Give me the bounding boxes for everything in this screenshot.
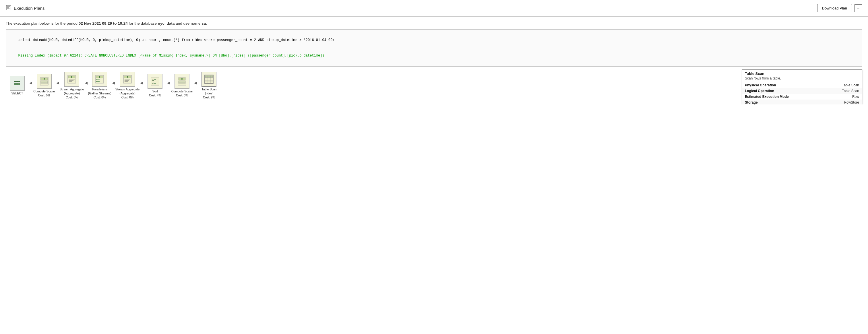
flow-node-compute1: Σ Compute Scalar Cost: 0% — [33, 74, 56, 97]
sql-missing-index: Missing Index (Impact 97.6224): CREATE N… — [19, 54, 324, 58]
tooltip-description: Scan rows from a table. — [742, 76, 862, 82]
flow-node-sort: A Z Sort Cost: 4% — [144, 74, 166, 97]
download-plan-button[interactable]: Download Plan — [817, 4, 852, 12]
arrow-2: ◂ — [56, 79, 59, 86]
tooltip-property-row: Logical OperationTable Scan — [742, 88, 862, 94]
sort-node-label: Sort Cost: 4% — [149, 90, 161, 97]
collapse-button[interactable]: − — [854, 4, 862, 12]
tooltip-property-label: Storage — [742, 100, 827, 104]
parallelism-node-icon: Σ — [92, 72, 107, 87]
flow-node-select: SELECT — [6, 76, 29, 96]
svg-text:Σ: Σ — [99, 76, 100, 78]
arrow-4: ◂ — [112, 79, 115, 86]
svg-rect-0 — [6, 5, 11, 10]
compute2-node-label: Compute Scalar Cost: 0% — [172, 90, 193, 97]
desc-prefix: The execution plan below is for the peri… — [6, 21, 79, 26]
svg-rect-33 — [179, 82, 185, 84]
arrow-3: ◂ — [85, 79, 88, 86]
flow-node-parallelism: Σ Parallelism (Gather Streams) Cost: 0% — [88, 72, 112, 99]
tooltip-property-label: Logical Operation — [742, 88, 827, 94]
svg-text:Σ: Σ — [71, 76, 72, 78]
compute2-node-icon: Σ — [175, 74, 189, 89]
tooltip-property-row: Estimated Execution ModeRow — [742, 94, 862, 100]
svg-text:Σ: Σ — [43, 78, 45, 80]
tooltip-property-value: Row — [827, 94, 862, 100]
desc-period: 02 Nov 2021 09:29 to 10:24 — [79, 21, 128, 26]
tooltip-property-value: Table Scan — [827, 88, 862, 94]
tooltip-property-row: StorageRowStore — [742, 100, 862, 104]
tooltip-property-value: Table Scan — [827, 82, 862, 88]
flow-node-stream-agg2: Σ Stream Aggregate (Aggregate) Cost: 0% — [115, 72, 140, 99]
svg-rect-6 — [41, 80, 48, 82]
arrow-7: ◂ — [194, 79, 197, 86]
select-node-icon — [10, 76, 25, 91]
table-scan-node-label: Table Scan [rides] Cost: 9% — [202, 88, 216, 99]
header: Execution Plans Download Plan − — [0, 0, 868, 16]
tooltip-box: Table Scan Scan rows from a table. Physi… — [742, 69, 862, 104]
table-scan-node-icon — [202, 72, 216, 87]
desc-middle: for the database — [128, 21, 158, 26]
desc-username: sa — [202, 21, 206, 26]
tooltip-properties-table: Physical OperationTable ScanLogical Oper… — [742, 82, 862, 104]
select-node-label: SELECT — [11, 92, 23, 96]
arrow-5: ◂ — [140, 79, 143, 86]
tooltip-property-row: Physical OperationTable Scan — [742, 82, 862, 88]
flow-node-compute2: Σ Compute Scalar Cost: 0% — [170, 74, 193, 97]
flow-container: SELECT ◂ Σ Compute — [6, 71, 862, 100]
parallelism-node-label: Parallelism (Gather Streams) Cost: 0% — [88, 88, 112, 99]
header-left: Execution Plans — [6, 5, 45, 11]
arrow-1: ◂ — [29, 79, 32, 86]
flow-node-table-scan: Table Scan [rides] Cost: 9% — [197, 72, 220, 99]
stream-agg1-node-icon: Σ — [64, 72, 79, 87]
svg-text:Σ: Σ — [181, 78, 183, 80]
desc-suffix-end: . — [206, 21, 207, 26]
desc-suffix-start: and username — [175, 21, 202, 26]
svg-rect-32 — [179, 80, 185, 82]
stream-agg2-node-icon: Σ — [120, 72, 135, 87]
tooltip-property-value: RowStore — [827, 100, 862, 104]
svg-rect-7 — [41, 82, 48, 84]
header-right: Download Plan − — [817, 4, 862, 12]
svg-text:Z: Z — [152, 81, 154, 84]
select-grid-icon — [14, 81, 20, 85]
tooltip-title: Table Scan — [742, 70, 862, 76]
svg-rect-36 — [205, 75, 213, 77]
stream-agg1-node-label: Stream Aggregate (Aggregate) Cost: 0% — [60, 88, 84, 99]
execution-plans-icon — [6, 5, 11, 11]
tooltip-property-label: Estimated Execution Mode — [742, 94, 827, 100]
flow-node-stream-agg1: Σ Stream Aggregate (Aggregate) Cost: 0% — [60, 72, 84, 99]
description-text: The execution plan below is for the peri… — [0, 16, 868, 29]
compute1-node-icon: Σ — [37, 74, 52, 89]
sql-section: select dateadd(HOUR, datediff(HOUR, 0, p… — [6, 29, 862, 67]
compute1-node-label: Compute Scalar Cost: 0% — [33, 90, 55, 97]
desc-database: nyc_data — [158, 21, 175, 26]
sql-query: select dateadd(HOUR, datediff(HOUR, 0, p… — [19, 38, 335, 42]
svg-text:A: A — [152, 79, 154, 81]
header-title: Execution Plans — [14, 6, 45, 11]
app-container: Execution Plans Download Plan − The exec… — [0, 0, 868, 334]
sort-node-icon: A Z — [148, 74, 162, 89]
arrow-6: ◂ — [167, 79, 170, 86]
plan-area: SELECT ◂ Σ Compute — [0, 67, 868, 104]
tooltip-property-label: Physical Operation — [742, 82, 827, 88]
stream-agg2-node-label: Stream Aggregate (Aggregate) Cost: 0% — [115, 88, 140, 99]
svg-text:Σ: Σ — [127, 76, 128, 78]
